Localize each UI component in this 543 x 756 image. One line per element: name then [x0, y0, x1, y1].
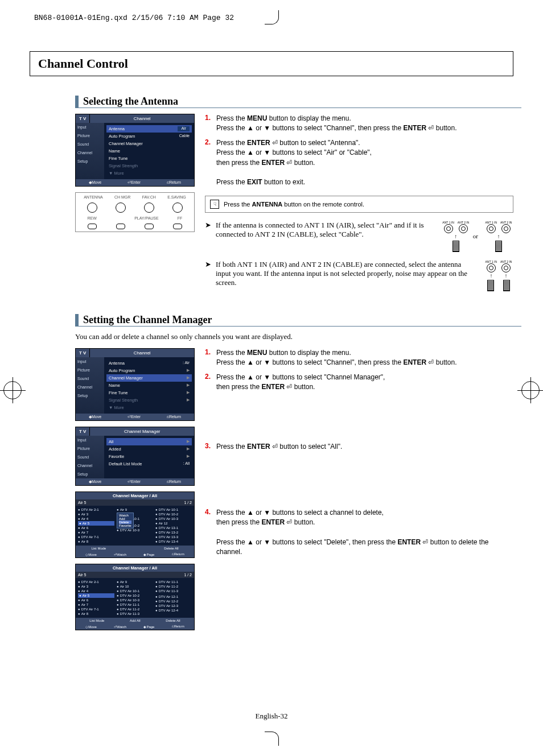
channel-list-1: Channel Manager / All Air 5 1 / 2 ● DTV … — [75, 491, 195, 558]
instruction-step: 2.Press the ENTER ⏎ button to select "An… — [205, 138, 513, 188]
section-intro: You can add or delete a channel so only … — [75, 332, 513, 341]
osd-menu-item: ▼ More — [106, 404, 192, 411]
remote-icon: ☟ — [210, 200, 219, 209]
osd-menu-item: ▼ More — [106, 170, 192, 177]
bullet-arrow-icon: ➤ — [205, 260, 211, 291]
footer-hint: Add All — [130, 619, 141, 622]
osd-side-item: Setup — [76, 391, 104, 400]
instruction-step: 1.Press the MENU button to display the m… — [205, 114, 513, 134]
osd-title: Channel — [90, 349, 194, 357]
channel-cell: ● DTV Air 13-4 — [155, 539, 192, 544]
channel-cell: ● Air 5 — [78, 521, 114, 526]
osd-title: Channel — [90, 114, 194, 123]
osd-side-item: Sound — [76, 140, 104, 148]
ant-label: ANT 2 IN — [458, 221, 469, 224]
osd-menu-item: AntennaAir — [106, 125, 192, 133]
osd-side-item: Channel — [76, 148, 104, 157]
footer-hint: ◇Move — [85, 625, 97, 629]
channel-cell: ● Air 3 — [78, 512, 114, 517]
osd-side-item: Input — [76, 357, 104, 366]
channel-cell: ● DTV Air 11-2 — [155, 584, 192, 589]
footer-hint: ◆Page — [143, 552, 154, 556]
channel-cell: ● DTV Air 13-2 — [155, 530, 192, 535]
section-heading-antenna: Selecting the Antenna — [75, 96, 521, 108]
instruction-step: 4.Press the ▲ or ▼ buttons to select a c… — [205, 508, 513, 557]
osd-menu-item: Name — [106, 147, 192, 155]
page-title: Channel Control — [30, 51, 513, 76]
channel-list-title: Channel Manager / All — [76, 564, 194, 572]
channel-cell: ● Air 5 — [78, 593, 114, 598]
registration-mark-right — [521, 381, 540, 399]
osd-side-item: Input — [76, 436, 104, 444]
context-menu: WatchAddDeleteFavorite — [117, 513, 134, 528]
ant-label: ANT 1 IN — [486, 221, 497, 224]
channel-cell: ● DTV Air 11-3 — [155, 589, 192, 593]
osd-side-item: Sound — [76, 453, 104, 461]
channel-cell: ● DTV Air 10-3 — [117, 598, 153, 602]
osd-side-item: Picture — [76, 366, 104, 374]
channel-cell: ● DTV Air 13-1 — [155, 526, 192, 530]
osd-footer: ◆Move⏎Enter⎌Return — [76, 179, 194, 186]
footer-hint: ⎌Return — [167, 180, 181, 185]
step-number: 2. — [205, 373, 216, 393]
osd-menu-item: Channel Manager — [106, 140, 192, 147]
osd-side-item: Setup — [76, 157, 104, 166]
footer-hint: ⎌Return — [172, 625, 184, 629]
osd-sidebar: InputPictureSoundChannelSetup — [76, 123, 104, 179]
osd-menu-item: All▶ — [106, 438, 192, 445]
channel-cell: ● DTV Air 11-3 — [117, 612, 153, 616]
channel-cell — [117, 532, 153, 534]
antenna-diagram-1: ANT 1 IN ANT 2 IN ↑ — [441, 221, 471, 252]
context-menu-item: Favorite — [119, 524, 131, 527]
channel-list-title: Channel Manager / All — [76, 492, 194, 499]
channel-cell: ● Air 8 — [78, 539, 114, 544]
channel-cell: ● Air 8 — [78, 612, 114, 616]
channel-cell: ● DTV Air 10-2 — [117, 593, 153, 598]
step-body: Press the MENU button to display the men… — [216, 114, 513, 134]
note-text: Press the ANTENNA button on the remote c… — [224, 201, 364, 208]
ant-label: ANT 1 IN — [486, 260, 497, 263]
registration-mark-left — [3, 381, 22, 399]
osd-tv-label: T V — [76, 114, 90, 123]
channel-cell: ● Air 6 — [78, 598, 114, 602]
channel-cell: ● DTV Air 7-1 — [78, 607, 114, 612]
step-body: Press the ENTER ⏎ button to select "All"… — [216, 442, 513, 452]
channel-list-footer-actions: List ModeAdd AllDelete All — [76, 618, 194, 623]
channel-cell: ● DTV Air 11-2 — [117, 607, 153, 612]
channel-cell: ● Air 9 — [117, 507, 153, 512]
ant-label: ANT 2 IN — [500, 260, 512, 263]
osd-side-item: Sound — [76, 374, 104, 383]
step-body: Press the ▲ or ▼ buttons to select a cha… — [216, 508, 513, 557]
or-text: or — [473, 233, 478, 239]
osd-side-item: Channel — [76, 461, 104, 470]
osd-menu-item: Antenna: Air — [106, 360, 192, 367]
page-footer: English-32 — [0, 712, 543, 721]
footer-hint: ◆Move — [89, 415, 101, 419]
osd-menu-item: Signal Strength▶ — [106, 396, 192, 404]
osd-menu-item: Signal Strength — [106, 162, 192, 170]
channel-cell: ● DTV Air 12-2 — [155, 599, 192, 604]
antenna-diagram-3: ANT 1 IN ANT 2 IN ↑↑ — [484, 260, 513, 291]
channel-cell: ● DTV Air 2-1 — [78, 507, 114, 512]
footer-hint: ⎌Return — [172, 552, 184, 556]
osd-menu-rows: All▶Added▶Favorite▶Default List Mode: Al… — [104, 436, 194, 478]
osd-footer: ◆Move⏎Enter⎌Return — [76, 478, 194, 485]
channel-cell: ● DTV Air 13-3 — [155, 535, 192, 539]
step-number: 1. — [205, 348, 216, 368]
step-body: Press the ENTER ⏎ button to select "Ante… — [216, 138, 513, 188]
osd-menu-rows: Antenna: AirAuto Program▶Channel Manager… — [104, 357, 194, 414]
channel-cell: ● DTV Air 10-1 — [117, 589, 153, 593]
channel-list-footer-actions: List ModeDelete All — [76, 546, 194, 551]
osd-menu-item: Fine Tune▶ — [106, 389, 192, 396]
channel-cell: ● Air 4 — [78, 517, 114, 521]
osd-sidebar: InputPictureSoundChannelSetup — [76, 357, 104, 414]
footer-hint: List Mode — [89, 619, 104, 622]
osd-channel-menu: T V Channel InputPictureSoundChannelSetu… — [75, 114, 195, 187]
osd-menu-item: Name▶ — [106, 382, 192, 389]
page-indicator: 1 / 2 — [184, 501, 192, 505]
footer-hint: ⎌Return — [167, 480, 181, 484]
step-body: Press the ▲ or ▼ buttons to select "Chan… — [216, 373, 513, 393]
channel-cell: ● DTV Air 11-1 — [117, 602, 153, 607]
footer-hint: List Mode — [91, 547, 106, 550]
channel-cell: ● DTV Air 7-1 — [78, 535, 114, 539]
